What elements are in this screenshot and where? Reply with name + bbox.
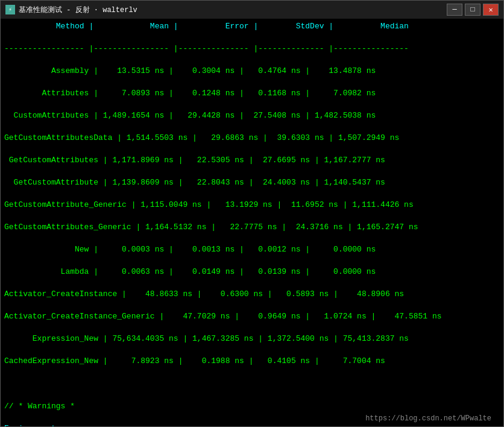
blank-1 bbox=[1, 379, 503, 390]
close-button[interactable]: ✕ bbox=[483, 4, 499, 16]
minimize-button[interactable]: ─ bbox=[447, 4, 462, 16]
app-icon: ⚡ bbox=[5, 5, 15, 14]
row-getcustomattributesdata: GetCustomAttributesData | 1,514.5503 ns … bbox=[1, 133, 503, 144]
maximize-button[interactable]: □ bbox=[465, 4, 480, 16]
table-header: Method | Mean | Error | StdDev | Median bbox=[1, 21, 503, 33]
title-bar-left: ⚡ 基准性能测试 - 反射 · walterlv bbox=[5, 5, 137, 15]
row-activator-createinstance-generic: Activator_CreateInstance_Generic | 47.70… bbox=[1, 311, 503, 323]
row-new: New | 0.0003 ns | 0.0013 ns | 0.0012 ns … bbox=[1, 244, 503, 256]
row-getcustomattributes: GetCustomAttributes | 1,171.8969 ns | 22… bbox=[1, 155, 503, 166]
row-expression-new: Expression_New | 75,634.4035 ns | 1,467.… bbox=[1, 334, 503, 345]
window-title: 基准性能测试 - 反射 · walterlv bbox=[19, 5, 137, 15]
warnings-environment: Environment bbox=[1, 423, 503, 426]
row-getcustomattributes-generic: GetCustomAttributes_Generic | 1,164.5132… bbox=[1, 222, 503, 233]
row-lambda: Lambda | 0.0063 ns | 0.0149 ns | 0.0139 … bbox=[1, 267, 503, 278]
row-activator-createinstance: Activator_CreateInstance | 48.8633 ns | … bbox=[1, 289, 503, 300]
terminal-content: Method | Mean | Error | StdDev | Median … bbox=[1, 19, 503, 426]
row-attributes: Attributes | 7.0893 ns | 0.1248 ns | 0.1… bbox=[1, 88, 503, 100]
main-window: ⚡ 基准性能测试 - 反射 · walterlv ─ □ ✕ Method | … bbox=[0, 0, 504, 427]
title-bar: ⚡ 基准性能测试 - 反射 · walterlv ─ □ ✕ bbox=[1, 1, 503, 19]
row-customattributes: CustomAttributes | 1,489.1654 ns | 29.44… bbox=[1, 110, 503, 122]
window-controls[interactable]: ─ □ ✕ bbox=[447, 4, 499, 16]
row-getcustomattribute-generic: GetCustomAttribute_Generic | 1,115.0049 … bbox=[1, 200, 503, 211]
benchmark-output: Method | Mean | Error | StdDev | Median … bbox=[1, 21, 503, 426]
row-getcustomattribute: GetCustomAttribute | 1,139.8609 ns | 22.… bbox=[1, 177, 503, 189]
table-separator: ----------------- |---------------- |---… bbox=[1, 43, 503, 55]
watermark: https://blog.csdn.net/WPwalte bbox=[365, 414, 491, 423]
row-cachedexpression-new: CachedExpression_New | 7.8923 ns | 0.198… bbox=[1, 356, 503, 367]
warnings-header: // * Warnings * bbox=[1, 401, 503, 413]
row-assembly: Assembly | 13.5315 ns | 0.3004 ns | 0.47… bbox=[1, 66, 503, 77]
